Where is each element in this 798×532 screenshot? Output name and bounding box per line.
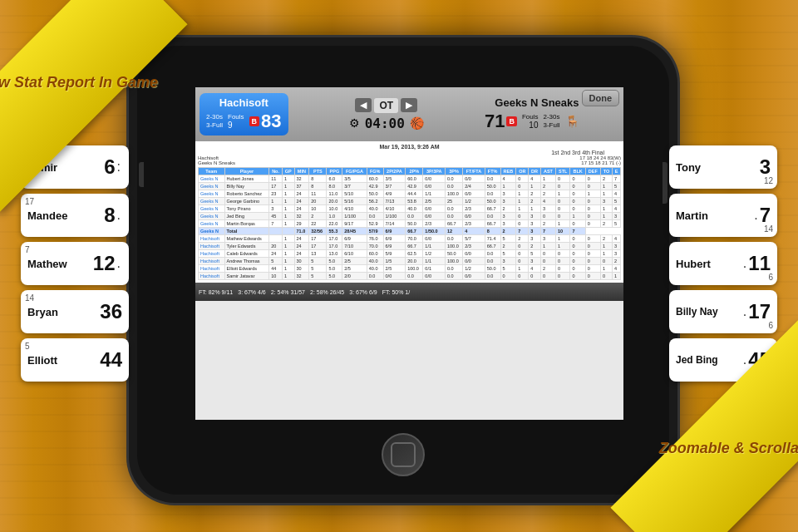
table-row: HachisoftMathew Edwards1241717.06/976.06… [199, 235, 621, 243]
phone-frame: Hachisoft 2-30s3-Full Fouls9 B 83 ◀ O [129, 37, 677, 503]
game-timer: 04:00 [365, 116, 405, 131]
right-team-timeout: 2-30s3-Full [543, 113, 559, 129]
bottom-stats-bar: FT: 82% 9/11 3: 67% 4/6 2: 54% 31/57 2: … [195, 283, 623, 301]
bottom-stat-ft: FT: 82% 9/11 [199, 289, 233, 295]
right-bonus-badge: B [506, 116, 517, 126]
player-samir-tl: 10 [25, 149, 34, 158]
player-jedbing-dot: . [743, 352, 746, 367]
player-card-samir[interactable]: 10 Samir 6 : [21, 145, 129, 189]
center-controls: ◀ OT ▶ ⚙ 04:00 🏀 [291, 98, 482, 131]
player-samir-number: 6 [104, 155, 115, 179]
bottom-stat-ft2: FT: 50% 1/ [382, 289, 410, 295]
player-card-billynay[interactable]: Billy Nay . 17 6 [669, 290, 777, 333]
player-billynay-br: 6 [768, 321, 773, 330]
right-team-block: Geeks N Sneaks 71 B Fouls10 2-30s3-Full … [485, 96, 579, 132]
table-row: Geeks NJed Bing4513221.01/1000.01/1000.0… [199, 213, 621, 220]
right-team-name: Geeks N Sneaks [485, 96, 579, 109]
left-team-timeout: 2-30s3-Full [206, 113, 223, 129]
player-mathew-name: Mathew [27, 258, 93, 270]
player-billynay-dot: . [743, 304, 746, 319]
player-jedbing-br: 2 [768, 369, 773, 378]
player-elliott-tl: 5 [25, 342, 30, 351]
geeks-scores: 17 15 18 21 71 (-) [581, 160, 621, 165]
score-row-label: 1st 2nd 3rd 4th Final [198, 150, 621, 155]
player-mathew-tl: 7 [25, 245, 30, 254]
player-card-bryan[interactable]: 14 Bryan 36 [21, 290, 129, 333]
bottom-stat-3b: 3: 67% 6/9 [349, 289, 377, 295]
geeks-row: Geeks N Sneaks [198, 160, 235, 165]
player-tony-number: 3 [760, 155, 771, 179]
stats-area: Mar 19, 2013, 9:26 AM 1st 2nd 3rd 4th Fi… [195, 141, 623, 283]
left-team-fouls-val: 9 [228, 121, 233, 130]
player-bryan-tl: 14 [25, 293, 34, 303]
player-card-elliott[interactable]: 5 Elliott 44 [21, 338, 129, 382]
table-row: HachisoftElliott Edwards4413055.02/540.0… [199, 265, 621, 273]
player-card-tony[interactable]: Tony 3 12 [669, 145, 777, 189]
player-tony-br: 12 [764, 176, 773, 185]
table-row: Geeks NGeorge Garbino11242020.05/1656.27… [199, 198, 621, 205]
player-card-mandee[interactable]: 17 Mandee 8 . [21, 194, 129, 237]
player-bryan-name: Bryan [27, 306, 100, 318]
volume-button[interactable] [139, 162, 144, 187]
left-player-panel: 10 Samir 6 : 17 Mandee 8 . 7 Mathew 12 .… [21, 145, 129, 382]
left-team-name: Hachisoft [206, 96, 282, 109]
table-row: Geeks NMartin Borqas71292222.09/1752.97/… [199, 220, 621, 228]
player-elliott-number: 44 [100, 348, 122, 372]
player-card-jedbing[interactable]: Jed Bing . 45 2 [669, 338, 777, 382]
table-row: HachisoftCaleb Edwards241241313.06/1060.… [199, 250, 621, 258]
player-mandee-number: 8 [104, 204, 115, 227]
left-score: 83 [261, 111, 281, 132]
player-martin-number: 7 [760, 204, 771, 227]
stats-header: Mar 19, 2013, 9:26 AM 1st 2nd 3rd 4th Fi… [198, 144, 621, 165]
player-mandee-name: Mandee [27, 209, 104, 222]
player-hubert-br: 6 [768, 273, 773, 282]
next-period-button[interactable]: ▶ [401, 98, 417, 112]
right-player-panel: Tony 3 12 Martin . 7 14 Hubert . 11 6 Bi… [669, 145, 777, 382]
bottom-stat-2b: 2: 58% 26/45 [310, 289, 344, 295]
player-billynay-number: 17 [748, 300, 771, 323]
right-score: 71 [485, 111, 505, 132]
stats-table-container[interactable]: TeamPlayerNo.GPMINPTSPPGFG/PGAFG%2P/2PA2… [198, 167, 621, 280]
score-bar: Hachisoft 2-30s3-Full Fouls9 B 83 ◀ O [195, 87, 623, 141]
player-martin-dot: . [754, 208, 757, 223]
player-jedbing-number: 45 [748, 348, 771, 372]
player-card-mathew[interactable]: 7 Mathew 12 . [21, 242, 129, 285]
phone-inner: Hachisoft 2-30s3-Full Fouls9 B 83 ◀ O [137, 46, 669, 495]
gear-icon[interactable]: ⚙ [349, 116, 360, 130]
table-row: Geeks NHubert Jones1113286.03/560.03/560… [199, 175, 621, 183]
player-martin-br: 14 [764, 224, 773, 234]
player-elliott-name: Elliott [27, 354, 100, 367]
player-card-martin[interactable]: Martin . 7 14 [669, 194, 777, 237]
power-button[interactable] [663, 162, 667, 204]
player-billynay-name: Billy Nay [676, 306, 741, 318]
player-hubert-dot: . [743, 256, 746, 271]
player-mathew-dot: . [117, 256, 121, 271]
player-martin-name: Martin [676, 209, 752, 222]
right-team-fouls-label: Fouls10 [522, 113, 539, 130]
table-row: HachisoftTyler Edwards201241717.07/1070.… [199, 243, 621, 250]
screen: Hachisoft 2-30s3-Full Fouls9 B 83 ◀ O [195, 87, 623, 420]
player-mathew-number: 12 [93, 252, 116, 275]
home-button[interactable] [382, 433, 425, 476]
player-jedbing-name: Jed Bing [676, 354, 741, 366]
player-card-hubert[interactable]: Hubert . 11 6 [669, 242, 777, 285]
game-date: Mar 19, 2013, 9:26 AM [198, 144, 621, 150]
table-row: Geeks NRoberto Sanchez231241111.05/1050.… [199, 190, 621, 198]
player-mandee-dot: . [117, 208, 121, 223]
table-row: Geeks NTony Pirano31241010.04/1040.04/10… [199, 205, 621, 213]
player-mandee-tl: 17 [25, 197, 34, 206]
table-row: HachisoftSamir Jatavar1013255.02/00.00/0… [199, 273, 621, 280]
player-samir-dot: : [117, 160, 121, 175]
prev-period-button[interactable]: ◀ [355, 98, 372, 112]
table-row: Geeks NTotal71.032/5655.328/4557/96/966.… [199, 228, 621, 235]
player-hubert-number: 11 [748, 252, 771, 275]
chair-icon-right: 🪑 [565, 115, 579, 128]
left-team-fouls-label: Fouls9 [228, 113, 244, 130]
period-label: OT [374, 98, 398, 113]
bottom-stat-3: 3: 67% 4/6 [238, 289, 265, 295]
basketball-icon[interactable]: 🏀 [410, 116, 424, 130]
done-button[interactable]: Done [582, 90, 620, 106]
player-samir-name: Samir [27, 161, 104, 174]
player-bryan-number: 36 [100, 300, 122, 323]
bottom-stat-2a: 2: 54% 31/57 [271, 289, 305, 295]
